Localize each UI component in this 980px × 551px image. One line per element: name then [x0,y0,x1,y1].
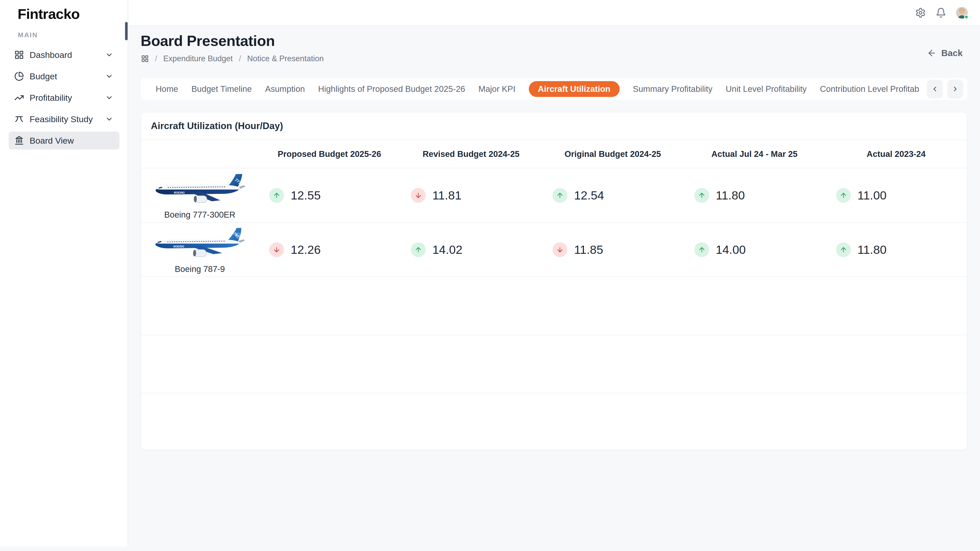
tab-major-kpi[interactable]: Major KPI [479,84,515,94]
utilization-value: 11.80 [716,188,745,202]
utilization-value-cell: 11.00 [825,188,967,203]
slide-tab-bar: HomeBudget TimelineAsumptionHighlights o… [141,78,967,100]
empty-table-row [141,335,967,393]
tab-unit-level-profitability[interactable]: Unit Level Profitability [726,84,807,94]
tab-highlights-of-proposed-budget-2025-26[interactable]: Highlights of Proposed Budget 2025-26 [318,84,465,94]
online-status-dot [964,15,969,19]
tab-scroll-left-button[interactable] [927,79,943,98]
trend-up-icon [836,188,851,203]
utilization-value-cell: 12.54 [542,188,683,203]
tab-asumption[interactable]: Asumption [265,84,305,94]
utilization-value-cell: 11.80 [684,188,825,203]
tab-scroll-right-button[interactable] [947,79,963,98]
back-button[interactable]: Back [927,48,963,58]
trend-down-icon [269,242,284,257]
aircraft-utilization-card: Aircraft Utilization (Hour/Day) Proposed… [141,112,967,450]
breadcrumb: /Expenditure Budget/Notice & Presentatio… [141,54,324,63]
trend-down-icon [552,242,567,257]
column-header-actual-2023-24: Actual 2023-24 [825,149,967,159]
trend-down-icon [411,188,426,203]
card-title: Aircraft Utilization (Hour/Day) [141,113,967,140]
trend-up-icon [694,242,709,257]
breadcrumb-item-expenditure-budget[interactable]: Expenditure Budget [163,54,233,63]
bridge-icon [14,114,24,124]
grid-icon [14,50,24,60]
tab-aircraft-utilization[interactable]: Aircraft Utilization [529,81,620,97]
tab-scroll-controls [919,78,967,100]
utilization-value-cell: 14.02 [400,242,542,257]
utilization-value-cell: 14.00 [684,242,825,257]
sidebar: Fintracko MAIN Dashboard Budget Profitab… [0,0,128,546]
utilization-value-cell: 11.81 [400,188,542,203]
chevron-right-icon [951,85,959,93]
utilization-value-cell: 12.26 [259,242,400,257]
chevron-down-icon [105,94,113,102]
empty-table-row [141,393,967,450]
sidebar-item-board-view[interactable]: Board View [9,132,119,149]
gear-icon[interactable] [915,7,926,18]
utilization-value: 14.00 [716,243,746,257]
tab-contribution-level-profitability[interactable]: Contribution Level Profitability [820,84,932,94]
utilization-value-cell: 12.55 [259,188,400,203]
landmark-icon [14,136,24,145]
sidebar-item-dashboard[interactable]: Dashboard [9,46,119,64]
aircraft-name: Boeing 777-300ER [164,210,235,220]
sidebar-item-feasibility-study[interactable]: Feasibility Study [9,110,119,128]
chevron-down-icon [105,72,113,80]
chevron-down-icon [105,115,113,123]
utilization-value: 11.80 [858,243,886,257]
column-header-original-budget-2024-25: Original Budget 2024-25 [542,149,683,159]
aircraft-cell: 9787BOEING Boeing 787-9 [141,225,259,274]
trend-up-icon [836,242,851,257]
grid-icon[interactable] [141,55,149,62]
breadcrumb-separator: / [239,54,241,63]
column-header-revised-budget-2024-25: Revised Budget 2024-25 [400,149,542,159]
page-title: Board Presentation [141,32,275,49]
utilization-value: 14.02 [432,243,463,257]
sidebar-item-budget[interactable]: Budget [9,67,119,85]
utilization-value: 11.81 [432,188,461,202]
trend-up-icon [411,242,426,257]
breadcrumb-separator: / [155,54,157,63]
empty-table-row [141,277,967,335]
boeing-777-300er-image: 777BOEING [152,171,247,209]
tab-budget-timeline[interactable]: Budget Timeline [191,84,252,94]
utilization-value: 12.26 [291,243,321,257]
sidebar-nav: Dashboard Budget Profitability Feasibili… [9,46,119,149]
svg-text:BOEING: BOEING [173,245,184,248]
column-header-proposed-budget-2025-26: Proposed Budget 2025-26 [259,149,400,159]
utilization-value-cell: 11.85 [542,242,683,257]
avatar[interactable] [956,7,968,19]
aircraft-name: Boeing 787-9 [175,264,225,274]
scrollbar-thumb[interactable] [125,22,127,40]
chevron-left-icon [931,85,939,93]
trend-up-icon [552,188,567,203]
column-header-actual-jul-24-mar-25: Actual Jul 24 - Mar 25 [684,149,825,159]
arrow-left-icon [927,48,937,58]
breadcrumb-item-notice-presentation[interactable]: Notice & Presentation [247,54,324,63]
svg-text:BOEING: BOEING [174,191,185,194]
utilization-value: 12.55 [291,188,321,202]
utilization-value: 11.85 [574,243,603,257]
utilization-value-cell: 11.80 [825,242,967,257]
chevron-down-icon [105,51,113,59]
trending-up-icon [14,93,24,103]
table-row-boeing-787-9: 9787BOEING Boeing 787-9 12.26 14.02 11.8… [141,223,967,277]
utilization-value: 12.54 [574,188,604,202]
aircraft-cell: 777BOEING Boeing 777-300ER [141,171,259,220]
topbar [129,0,980,26]
pie-chart-icon [14,71,24,81]
sidebar-item-profitability[interactable]: Profitability [9,89,119,106]
boeing-787-9-image: 9787BOEING [152,225,247,263]
tab-summary-profitability[interactable]: Summary Profitability [633,84,713,94]
bell-icon[interactable] [935,7,946,18]
table-header-row: Proposed Budget 2025-26Revised Budget 20… [141,140,967,168]
utilization-value: 11.00 [858,188,886,202]
tab-home[interactable]: Home [156,84,178,94]
back-label: Back [941,48,963,58]
trend-up-icon [694,188,709,203]
trend-up-icon [269,188,284,203]
sidebar-section-label: MAIN [18,31,38,39]
table-row-boeing-777-300er: 777BOEING Boeing 777-300ER 12.55 11.81 1… [141,168,967,223]
app-logo: Fintracko [18,6,80,22]
